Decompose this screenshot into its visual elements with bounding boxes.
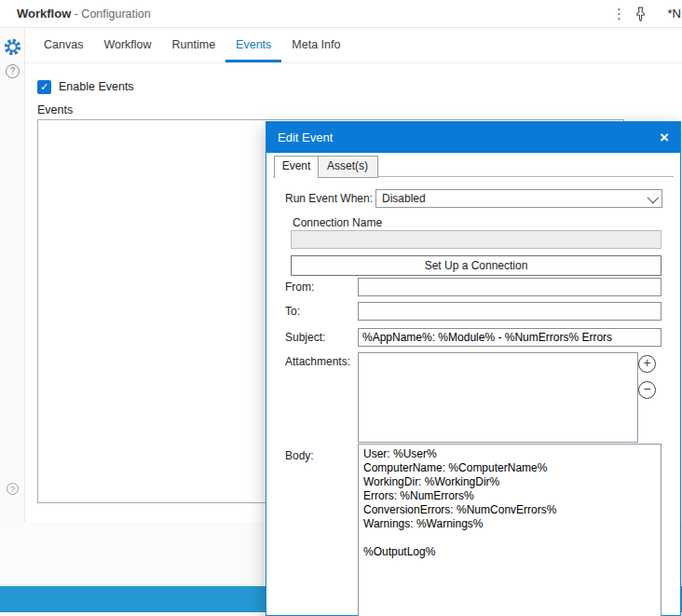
events-list-label: Events [37,103,73,116]
connection-name-field [291,230,662,249]
run-event-when-value: Disabled [382,192,426,205]
remove-attachment-button[interactable]: − [638,381,656,399]
tab-canvas[interactable]: Canvas [34,28,93,62]
run-event-when-select[interactable]: Disabled [375,189,662,208]
from-field[interactable] [358,278,662,296]
tab-workflow[interactable]: Workflow [93,28,161,62]
more-options-icon[interactable]: ⋮ [612,6,626,22]
enable-events-label: Enable Events [59,80,134,94]
dialog-title: Edit Event [278,130,333,144]
enable-events-checkbox[interactable]: ✓ [37,80,51,94]
subject-field[interactable] [358,328,662,347]
unsaved-workflow-hint: *N [668,7,681,21]
page-title-secondary: - Configuration [71,7,150,21]
config-tabstrip: Canvas Workflow Runtime Events Meta Info [25,28,682,63]
tab-events[interactable]: Events [225,28,281,62]
to-label: To: [285,305,300,318]
to-field[interactable] [358,302,662,321]
add-attachment-button[interactable]: + [638,355,656,373]
check-icon: ✓ [40,81,48,93]
page-title-primary: Workflow [17,7,71,21]
dialog-tab-event[interactable]: Event [274,156,319,178]
close-icon[interactable]: × [660,130,669,145]
from-label: From: [285,281,314,294]
tab-runtime[interactable]: Runtime [162,28,226,62]
attachments-label: Attachments: [285,355,350,368]
config-header: Workflow - Configuration ⋮ *N [0,0,682,28]
pin-icon[interactable] [634,7,647,25]
minus-icon: − [643,381,650,396]
plus-icon: + [643,355,650,370]
dialog-tab-assets[interactable]: Asset(s) [317,156,378,178]
tab-meta-info[interactable]: Meta Info [281,28,350,62]
page-title: Workflow - Configuration [17,0,151,28]
attachments-listbox[interactable] [358,352,638,443]
settings-gear-icon[interactable] [3,37,22,57]
help-icon[interactable]: ? [3,62,22,81]
background-help-icon: ? [3,479,22,499]
setup-connection-button[interactable]: Set Up a Connection [291,255,662,276]
dialog-titlebar[interactable]: Edit Event × [266,122,680,153]
body-field[interactable]: User: %User% ComputerName: %ComputerName… [358,444,662,616]
subject-label: Subject: [285,331,325,344]
chevron-down-icon [648,191,660,203]
edit-event-dialog: Edit Event × Event Asset(s) Run Event Wh… [266,121,681,616]
connection-name-label: Connection Name [293,216,382,229]
run-event-when-label: Run Event When: [285,192,373,205]
body-label: Body: [285,449,314,462]
